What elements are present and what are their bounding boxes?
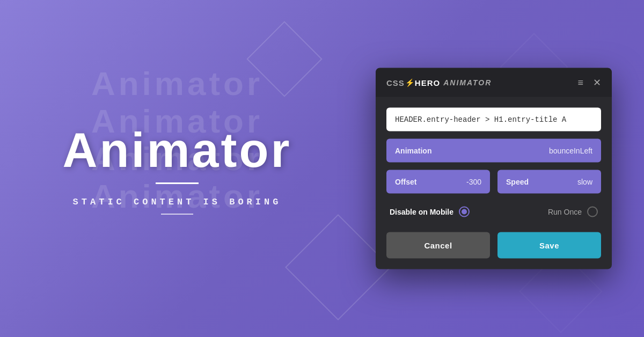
speed-control[interactable]: Speed slow [497, 170, 601, 194]
cancel-button[interactable]: Cancel [386, 232, 490, 259]
css-selector-field[interactable]: HEADER.entry-header > H1.entry-title A [386, 108, 601, 131]
animation-value: bounceInLeft [549, 146, 592, 155]
menu-icon[interactable]: ≡ [577, 77, 583, 88]
disable-mobile-toggle[interactable]: Disable on Mobile [390, 207, 470, 217]
offset-control[interactable]: Offset -300 [386, 170, 490, 194]
animation-label: Animation [395, 146, 431, 155]
brand-hero-text: HERO [415, 78, 440, 87]
close-icon[interactable]: ✕ [593, 77, 601, 89]
lightning-icon: ⚡ [405, 78, 414, 87]
brand-css-text: CSS [386, 78, 405, 87]
offset-speed-row: Offset -300 Speed slow [386, 170, 601, 194]
disable-mobile-label: Disable on Mobile [390, 208, 453, 216]
main-title: Animator [62, 123, 291, 178]
hero-section: Animator Animator Animator Animator Anim… [0, 0, 354, 337]
speed-value: slow [577, 178, 592, 186]
panel-header-actions: ≡ ✕ [577, 77, 601, 89]
toggle-row: Disable on Mobile Run Once [386, 201, 601, 223]
brand-animator-text: ANIMATOR [443, 78, 492, 87]
run-once-toggle[interactable]: Run Once [548, 207, 598, 217]
disable-mobile-radio[interactable] [459, 207, 470, 217]
offset-value: -300 [466, 178, 481, 186]
animation-control[interactable]: Animation bounceInLeft [386, 139, 601, 163]
save-button[interactable]: Save [497, 232, 601, 259]
title-underline [156, 182, 199, 184]
action-buttons: Cancel Save [386, 232, 601, 259]
offset-label: Offset [395, 178, 416, 186]
panel-body: HEADER.entry-header > H1.entry-title A A… [376, 97, 612, 269]
panel-header: CSS ⚡ HERO ANIMATOR ≡ ✕ [376, 68, 612, 97]
subtitle: STATIC CONTENT IS BORING [73, 197, 282, 207]
subtitle-underline [161, 214, 193, 215]
animator-panel: CSS ⚡ HERO ANIMATOR ≡ ✕ HEADER.entry-hea… [376, 68, 612, 269]
bg-text-row-1: Animator [0, 64, 354, 102]
brand-logo: CSS ⚡ HERO ANIMATOR [386, 78, 492, 87]
speed-label: Speed [506, 178, 529, 186]
run-once-label: Run Once [548, 208, 582, 216]
run-once-radio[interactable] [587, 207, 598, 217]
